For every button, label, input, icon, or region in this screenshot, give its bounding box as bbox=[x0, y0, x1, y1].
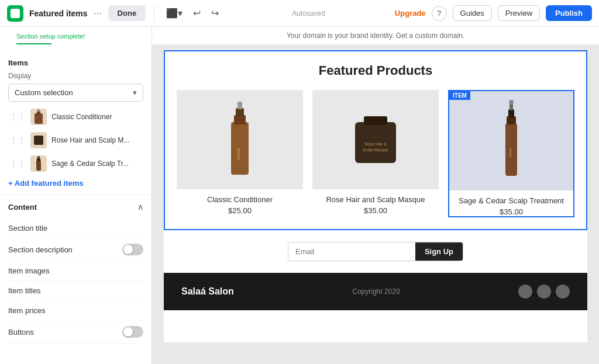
canvas-scroll[interactable]: Featured Products Salaá bbox=[152, 44, 599, 364]
product-price-1: $25.00 bbox=[228, 206, 252, 215]
drag-handle-icon[interactable]: ⋮⋮ bbox=[9, 136, 26, 145]
redo-button[interactable]: ↪ bbox=[208, 5, 222, 21]
preview-button[interactable]: Preview bbox=[498, 5, 540, 21]
item-thumbnail bbox=[30, 155, 47, 172]
signup-button[interactable]: Sign Up bbox=[415, 242, 463, 261]
divider bbox=[154, 5, 154, 22]
product-card-1[interactable]: Salaá Classic Conditioner $25.00 bbox=[177, 90, 303, 217]
section-description-toggle[interactable] bbox=[122, 244, 143, 255]
svg-rect-6 bbox=[37, 156, 40, 159]
product-name-2: Rose Hair and Scalp Masque bbox=[326, 195, 425, 204]
section-complete-text: Section setup complete! bbox=[8, 33, 143, 43]
items-section: Items Display Custom selection ▾ ⋮⋮ Clas… bbox=[0, 51, 152, 195]
product-card-2[interactable]: Rose Hair & Scalp Masque Rose Hair and S… bbox=[312, 90, 439, 217]
svg-rect-0 bbox=[35, 113, 43, 124]
products-grid: Salaá Classic Conditioner $25.00 bbox=[177, 90, 574, 217]
item-name: Sage & Cedar Scalp Tr... bbox=[51, 160, 142, 168]
section-description-label: Section description bbox=[8, 245, 73, 254]
social-icon-1[interactable] bbox=[518, 285, 532, 299]
product-price-2: $35.00 bbox=[364, 206, 387, 215]
chevron-up-icon[interactable]: ∧ bbox=[137, 202, 143, 212]
product-card-3[interactable]: ITEM Salaá bbox=[448, 90, 574, 217]
publish-button[interactable]: Publish bbox=[546, 5, 592, 21]
app-logo bbox=[7, 5, 23, 22]
item-prices-label: Item prices bbox=[8, 306, 46, 315]
item-images-label: Item images bbox=[8, 266, 50, 275]
item-thumbnail bbox=[30, 132, 47, 148]
buttons-toggle[interactable] bbox=[122, 326, 143, 338]
upgrade-link[interactable]: Upgrade bbox=[395, 9, 426, 18]
panel-header: Section setup complete! bbox=[0, 27, 152, 51]
product-image-1: Salaá bbox=[177, 90, 303, 189]
page-content: Featured Products Salaá bbox=[164, 50, 587, 342]
svg-text:Scalp Masque: Scalp Masque bbox=[363, 148, 388, 152]
list-item: ⋮⋮ Classic Conditioner bbox=[8, 106, 143, 127]
content-item-item-images: Item images bbox=[8, 261, 143, 281]
svg-rect-8 bbox=[234, 115, 246, 124]
svg-rect-17 bbox=[507, 116, 516, 124]
select-arrow-icon: ▾ bbox=[133, 88, 137, 97]
featured-products-section[interactable]: Featured Products Salaá bbox=[164, 50, 587, 230]
svg-rect-2 bbox=[37, 109, 40, 112]
product-name-3: Sage & Cedar Scalp Treatment bbox=[459, 196, 564, 205]
content-item-section-description: Section description bbox=[8, 238, 143, 261]
svg-text:Salaá: Salaá bbox=[236, 148, 241, 160]
content-section: Content ∧ Section title Section descript… bbox=[0, 195, 152, 351]
svg-rect-4 bbox=[36, 160, 41, 171]
social-icon-3[interactable] bbox=[556, 285, 570, 299]
content-item-section-title: Section title bbox=[8, 219, 143, 238]
help-button[interactable]: ? bbox=[432, 6, 447, 21]
domain-bar: Your domain is your brand identity. Get … bbox=[152, 27, 599, 44]
content-item-buttons: Buttons bbox=[8, 321, 143, 344]
display-select[interactable]: Custom selection ▾ bbox=[8, 84, 143, 102]
product-name-1: Classic Conditioner bbox=[207, 195, 273, 204]
main-layout: Section setup complete! Items Display Cu… bbox=[0, 27, 599, 364]
featured-title: Featured Products bbox=[177, 63, 574, 78]
content-item-item-titles: Item titles bbox=[8, 281, 143, 301]
autosaved-status: Autosaved bbox=[228, 9, 389, 18]
svg-rect-3 bbox=[34, 136, 43, 145]
add-items-button[interactable]: + Add featured items bbox=[8, 179, 83, 188]
app-title: Featured items bbox=[29, 9, 88, 18]
social-icon-2[interactable] bbox=[537, 285, 551, 299]
product-image-2: Rose Hair & Scalp Masque bbox=[312, 90, 439, 189]
list-item: ⋮⋮ Sage & Cedar Scalp Tr... bbox=[8, 153, 143, 174]
drag-handle-icon[interactable]: ⋮⋮ bbox=[9, 112, 26, 122]
footer-brand: Salaá Salon bbox=[181, 286, 234, 297]
content-section-header: Content ∧ bbox=[8, 202, 143, 212]
drag-handle-icon[interactable]: ⋮⋮ bbox=[9, 159, 26, 168]
more-options-icon[interactable]: ··· bbox=[94, 7, 102, 19]
item-name: Rose Hair and Scalp M... bbox=[51, 136, 142, 144]
footer: Salaá Salon Copyright 2020 bbox=[164, 273, 587, 310]
svg-text:Salaá: Salaá bbox=[508, 148, 512, 157]
display-value: Custom selection bbox=[15, 88, 73, 97]
item-titles-label: Item titles bbox=[8, 286, 41, 295]
item-list: ⋮⋮ Classic Conditioner ⋮⋮ Rose Hair and … bbox=[8, 106, 143, 174]
undo-button[interactable]: ↩ bbox=[190, 5, 204, 21]
footer-social-icons bbox=[518, 285, 570, 299]
section-complete-bar bbox=[16, 43, 51, 44]
email-input[interactable] bbox=[288, 242, 415, 261]
email-section: Sign Up bbox=[164, 230, 587, 273]
content-item-item-prices: Item prices bbox=[8, 301, 143, 321]
email-input-wrap: Sign Up bbox=[288, 242, 463, 261]
items-title: Items bbox=[8, 58, 143, 67]
guides-button[interactable]: Guides bbox=[453, 5, 492, 21]
top-bar: Featured items ··· Done ⬛▾ ↩ ↪ Autosaved… bbox=[0, 0, 599, 27]
canvas-area: Your domain is your brand identity. Get … bbox=[152, 27, 599, 364]
device-toggle-button[interactable]: ⬛▾ bbox=[163, 5, 186, 21]
toolbar-group: ⬛▾ ↩ ↪ bbox=[163, 5, 222, 21]
svg-rect-10 bbox=[237, 102, 242, 109]
svg-point-20 bbox=[509, 100, 514, 105]
list-item: ⋮⋮ Rose Hair and Scalp M... bbox=[8, 130, 143, 151]
item-name: Classic Conditioner bbox=[51, 113, 142, 121]
done-button[interactable]: Done bbox=[108, 5, 146, 21]
svg-rect-9 bbox=[236, 108, 244, 116]
product-image-3: Salaá bbox=[449, 91, 573, 190]
svg-rect-18 bbox=[508, 109, 514, 117]
section-title-label: Section title bbox=[8, 224, 47, 233]
left-panel: Section setup complete! Items Display Cu… bbox=[0, 27, 152, 364]
item-thumbnail bbox=[30, 109, 47, 125]
buttons-label: Buttons bbox=[8, 328, 34, 337]
product-price-3: $35.00 bbox=[500, 207, 523, 216]
